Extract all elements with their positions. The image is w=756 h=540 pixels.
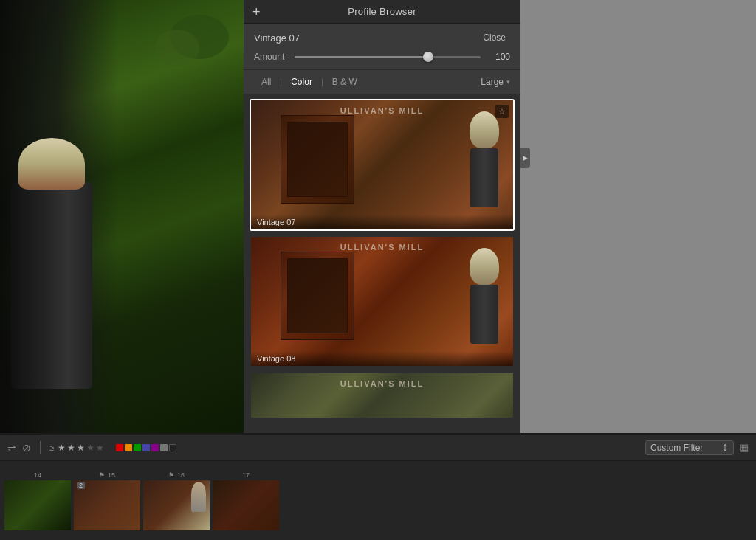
star-4: ★ [86, 443, 94, 453]
card-door-2 [281, 252, 354, 340]
profile-browser-panel: + Profile Browser Vintage 07 Close Amoun… [244, 0, 520, 433]
size-arrow-icon: ▾ [506, 78, 510, 86]
thumb-img-17[interactable] [213, 480, 279, 530]
card-door-inner-2 [287, 258, 348, 333]
add-profile-icon[interactable]: + [252, 5, 261, 18]
size-selector[interactable]: Large ▾ [481, 77, 510, 87]
color-filter-dots[interactable] [116, 444, 176, 451]
star-2: ★ [67, 443, 75, 453]
card-label-1: Vintage 07 [251, 215, 513, 229]
profile-name: Vintage 07 [254, 32, 300, 44]
card-door-inner-1 [287, 122, 348, 197]
profile-card-vintage09[interactable]: ULLIVAN'S MILL [250, 372, 515, 419]
flag-icon-15: ⚑ [99, 471, 105, 479]
card-lantern-body-2 [470, 285, 498, 344]
tab-divider-1: | [278, 77, 284, 86]
tab-all[interactable]: All [254, 75, 278, 89]
panel-collapse-arrow[interactable]: ▶ [520, 148, 530, 168]
slider-fill [295, 56, 428, 58]
color-dot-red[interactable] [116, 444, 123, 451]
card-label-2: Vintage 08 [251, 351, 513, 366]
panel-header: + Profile Browser [244, 0, 520, 24]
stack-badge-15: 2 [77, 482, 85, 489]
card-scene-1: ULLIVAN'S MILL [251, 100, 513, 229]
thumb-number-16: ⚑16 [143, 471, 210, 479]
right-empty-area [520, 0, 756, 433]
thumb-item-14[interactable]: 14 [4, 471, 71, 530]
color-dot-none[interactable] [169, 444, 176, 451]
thumb17-bg [213, 480, 279, 530]
star-1: ★ [58, 443, 66, 453]
dropdown-arrow-icon: ⇕ [721, 443, 729, 453]
filter-bar: ⇌ ⊘ ≥ ★ ★ ★ ★ ★ Custom Filter ⇕ ▦ [0, 435, 756, 461]
profile-card-img-2: ULLIVAN'S MILL [251, 237, 513, 366]
grid-view-icon[interactable]: ▦ [740, 442, 749, 453]
slider-thumb[interactable] [423, 52, 433, 62]
bottom-bar: ⇌ ⊘ ≥ ★ ★ ★ ★ ★ Custom Filter ⇕ ▦ [0, 433, 756, 540]
profile-info-bar: Vintage 07 Close Amount 100 [244, 24, 520, 70]
thumb16-bg [143, 480, 210, 530]
thumb-number-17: 17 [213, 471, 279, 479]
panel-title: Profile Browser [348, 6, 416, 17]
profile-card-vintage08[interactable]: ULLIVAN'S MILL Vintage 08 [250, 235, 515, 367]
custom-filter-dropdown[interactable]: Custom Filter ⇕ [645, 440, 734, 455]
star-badge-1[interactable]: ☆ [495, 105, 509, 118]
thumb-img-15[interactable]: 2 [74, 480, 140, 530]
amount-label: Amount [254, 52, 287, 62]
profile-grid[interactable]: ULLIVAN'S MILL Vintage 07 ☆ [244, 94, 520, 433]
amount-value: 100 [488, 52, 510, 62]
color-dot-green[interactable] [134, 444, 141, 451]
sort-icon[interactable]: ⇌ [7, 442, 16, 454]
flag-icon-16: ⚑ [168, 471, 174, 479]
amount-slider[interactable] [295, 56, 481, 58]
color-dot-gray[interactable] [160, 444, 168, 451]
amount-row: Amount 100 [254, 52, 510, 62]
profile-name-row: Vintage 07 Close [254, 31, 510, 44]
card-scene-2: ULLIVAN'S MILL [251, 237, 513, 366]
card-lantern-2 [464, 240, 504, 362]
filter-tabs: All | Color | B & W Large ▾ [244, 70, 520, 94]
filmstrip: 14 ⚑15 2 ⚑16 [0, 461, 756, 540]
card-scene-3: ULLIVAN'S MILL [251, 373, 513, 418]
filter-separator [40, 441, 41, 454]
card-lantern-globe-1 [470, 111, 499, 148]
card-text-3: ULLIVAN'S MILL [251, 379, 513, 388]
color-dot-orange[interactable] [125, 444, 132, 451]
collapse-arrow-icon: ▶ [523, 154, 528, 162]
tab-divider-2: | [320, 77, 325, 86]
star-5: ★ [96, 443, 104, 453]
thumb-number-14: 14 [4, 471, 71, 479]
card-door-1 [281, 115, 354, 204]
thumb-item-15[interactable]: ⚑15 2 [74, 471, 140, 530]
star-3: ★ [77, 443, 85, 453]
card-lantern-body-1 [470, 148, 498, 207]
profile-card-img-1: ULLIVAN'S MILL [251, 100, 513, 229]
main-photo [0, 0, 244, 433]
size-label: Large [481, 77, 504, 87]
color-dot-purple[interactable] [151, 444, 159, 451]
thumb-img-16[interactable] [143, 480, 210, 530]
thumb-item-16[interactable]: ⚑16 [143, 471, 210, 530]
thumb-number-15: ⚑15 [74, 471, 140, 479]
main-photo-panel [0, 0, 244, 433]
card-lantern-globe-2 [470, 248, 499, 285]
color-dot-blue[interactable] [142, 444, 150, 451]
close-button[interactable]: Close [478, 31, 510, 44]
tab-bw[interactable]: B & W [325, 75, 365, 89]
tab-color[interactable]: Color [284, 75, 320, 89]
gte-symbol: ≥ [49, 443, 54, 452]
card-lantern-1 [464, 104, 504, 226]
thumb14-bg [4, 480, 71, 530]
filter-off-icon[interactable]: ⊘ [22, 442, 31, 454]
thumb-img-14[interactable] [4, 480, 71, 530]
profile-card-img-3: ULLIVAN'S MILL [251, 373, 513, 418]
thumb-item-17[interactable]: 17 [213, 471, 279, 530]
rating-filter[interactable]: ≥ ★ ★ ★ ★ ★ [49, 443, 104, 453]
custom-filter-label: Custom Filter [650, 443, 703, 453]
profile-card-vintage07[interactable]: ULLIVAN'S MILL Vintage 07 ☆ [250, 99, 515, 231]
